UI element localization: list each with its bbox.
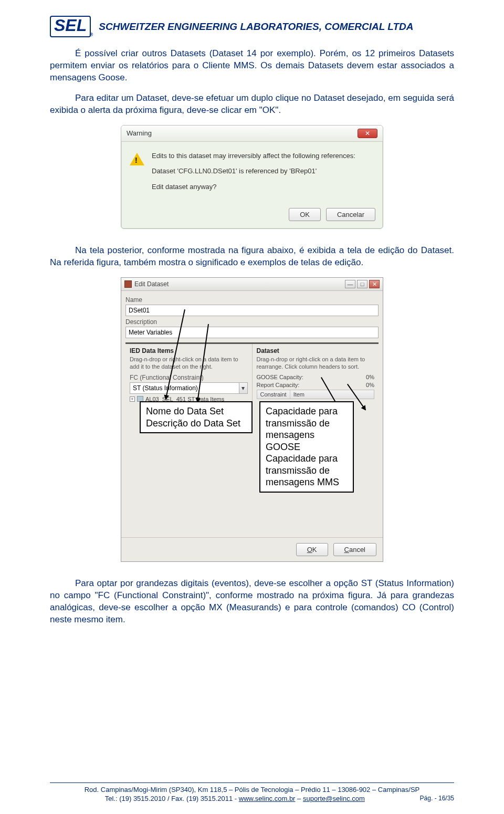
email-link[interactable]: suporte@selinc.com [303, 795, 365, 802]
edit-dataset-titlebar: Edit Dataset — □ ✕ [121, 278, 383, 291]
ied-panel-desc: Drag-n-drop or right-click on a data ite… [130, 356, 248, 371]
warning-titlebar: Warning ✕ [121, 126, 383, 142]
page-header: SEL ® SCHWEITZER ENGINEERING LABORATORIE… [50, 16, 454, 37]
callout-capacities: Capacidade para transmissão de mensagens… [259, 401, 354, 493]
col-constraint[interactable]: Constraint [257, 390, 290, 399]
ied-data-items-panel: IED Data Items Drag-n-drop or right-clic… [125, 344, 253, 405]
expand-icon[interactable]: + [130, 396, 135, 402]
goose-capacity-value: 0% [366, 374, 374, 380]
warning-icon [130, 153, 144, 165]
warning-body-text: Edits to this dataset may irreversibly a… [152, 151, 355, 198]
edit-dataset-title: Edit Dataset [134, 280, 169, 288]
cancel-label: ancel [349, 546, 365, 554]
maximize-button[interactable]: □ [357, 280, 368, 288]
company-name: SCHWEITZER ENGINEERING LABORATORIES, COM… [99, 21, 413, 33]
callout-name-description: Nome do Data SetDescrição do Data Set [140, 401, 253, 433]
warning-line-2: Dataset 'CFG.LLN0.DSet01' is referenced … [152, 166, 355, 176]
warning-line-1: Edits to this dataset may irreversibly a… [152, 151, 355, 161]
website-link[interactable]: www.selinc.com.br [239, 795, 296, 802]
document-body: É possível criar outros Datasets (Datase… [50, 48, 454, 625]
close-icon: ✕ [365, 130, 370, 137]
edit-dataset-window: Edit Dataset — □ ✕ Name Description IED … [121, 277, 383, 562]
paragraph-2: Para editar um Dataset, deve-se efetuar … [50, 92, 454, 117]
goose-capacity-label: GOOSE Capacity: [257, 374, 303, 380]
cancel-button[interactable]: Cancelar [326, 208, 375, 221]
ied-panel-title: IED Data Items [130, 347, 248, 354]
registered-icon: ® [90, 33, 93, 37]
name-input[interactable] [125, 305, 379, 316]
warning-line-3: Edit dataset anyway? [152, 182, 355, 192]
ok-label: K [312, 546, 317, 554]
fc-select[interactable] [130, 382, 239, 394]
footer-line-1: Rod. Campinas/Mogi-Mirim (SP340), Km 118… [50, 785, 454, 795]
ok-button[interactable]: OK [296, 543, 328, 556]
paragraph-1: É possível criar outros Datasets (Datase… [50, 48, 454, 84]
dataset-panel-desc: Drag-n-drop or right-click on a data ite… [257, 356, 375, 371]
app-icon [124, 280, 132, 288]
ok-button[interactable]: OK [289, 208, 321, 221]
report-capacity-value: 0% [366, 382, 374, 388]
paragraph-4: Para optar por grandezas digitais (event… [50, 578, 454, 626]
name-label: Name [125, 296, 379, 304]
dataset-panel: Dataset Drag-n-drop or right-click on a … [253, 344, 379, 405]
paragraph-3: Na tela posterior, conforme mostrada na … [50, 245, 454, 269]
footer-line-2: Tel.: (19) 3515.2010 / Fax. (19) 3515.20… [50, 794, 454, 803]
minimize-button[interactable]: — [345, 280, 355, 288]
report-capacity-label: Report Capacity: [257, 382, 300, 388]
chevron-down-icon[interactable]: ▾ [239, 382, 248, 394]
cancel-button[interactable]: Cancel [333, 543, 376, 556]
close-window-button[interactable]: ✕ [369, 280, 380, 288]
close-button[interactable]: ✕ [358, 129, 377, 138]
page-footer: Rod. Campinas/Mogi-Mirim (SP340), Km 118… [50, 782, 454, 803]
page-number: Pág. - 16/35 [420, 794, 454, 802]
fc-label: FC (Functional Constraint) [130, 374, 248, 381]
logo-text: SEL [54, 16, 87, 35]
logo: SEL ® [50, 16, 91, 37]
description-label: Description [125, 318, 379, 326]
warning-dialog: Warning ✕ Edits to this dataset may irre… [121, 125, 383, 229]
dataset-panel-title: Dataset [257, 347, 375, 354]
description-input[interactable] [125, 327, 379, 338]
warning-title: Warning [127, 129, 152, 137]
